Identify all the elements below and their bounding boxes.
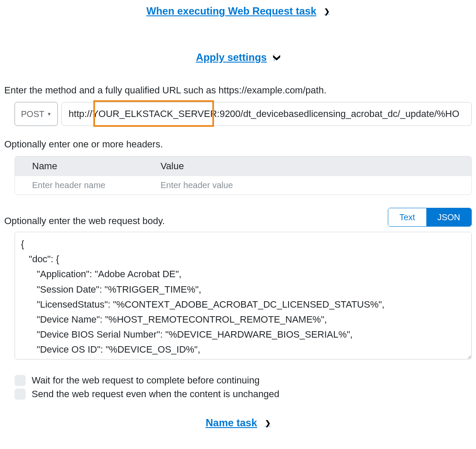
header-col-name: Name — [15, 161, 143, 172]
method-url-label: Enter the method and a fully qualified U… — [4, 85, 472, 96]
header-name-input[interactable] — [32, 179, 143, 192]
header-value-input[interactable] — [161, 179, 471, 192]
headers-label: Optionally enter one or more headers. — [4, 139, 472, 150]
chevron-right-icon: ❯ — [265, 419, 271, 427]
section-link-apply-label: Apply settings — [196, 51, 267, 63]
section-link-executing[interactable]: When executing Web Request task ❯ — [146, 5, 330, 17]
header-row — [15, 176, 471, 195]
toggle-text-btn[interactable]: Text — [388, 208, 426, 226]
chevron-right-icon: ❯ — [324, 7, 330, 15]
send-unchanged-checkbox[interactable] — [15, 389, 26, 400]
wait-checkbox-label[interactable]: Wait for the web request to complete bef… — [32, 375, 259, 386]
headers-head: Name Value — [15, 156, 471, 176]
body-label: Optionally enter the web request body. — [4, 216, 165, 227]
http-method-value: POST — [21, 109, 44, 119]
headers-table: Name Value — [15, 156, 472, 195]
url-input[interactable] — [61, 102, 472, 126]
section-link-executing-label: When executing Web Request task — [146, 5, 316, 17]
toggle-json-btn[interactable]: JSON — [426, 208, 471, 226]
section-link-apply[interactable]: Apply settings ❯ — [196, 51, 280, 63]
send-unchanged-checkbox-label[interactable]: Send the web request even when the conte… — [32, 389, 280, 400]
caret-down-icon: ▼ — [47, 111, 51, 117]
http-method-select[interactable]: POST ▼ — [15, 102, 58, 126]
section-link-name-task[interactable]: Name task ❯ — [205, 417, 270, 429]
body-format-toggle: Text JSON — [388, 208, 472, 227]
section-link-name-task-label: Name task — [205, 417, 257, 429]
header-col-value: Value — [143, 161, 471, 172]
request-body-textarea[interactable] — [15, 232, 472, 359]
wait-checkbox[interactable] — [15, 375, 26, 386]
chevron-down-icon: ❯ — [273, 54, 281, 61]
